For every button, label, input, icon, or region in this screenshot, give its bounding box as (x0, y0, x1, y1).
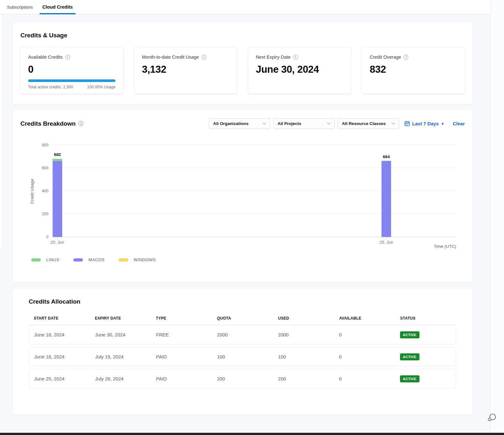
chart-x-axis-title: Time (UTC) (434, 244, 456, 249)
stat-cards: Available Credits i 0 Total active credi… (20, 47, 465, 94)
y-axis-tick-label: 200 (42, 212, 48, 216)
credit-overage-card: Credit Overage i 832 (362, 47, 465, 94)
date-range-picker[interactable]: Last 7 Days ▾ (404, 121, 443, 126)
chart-bar: 664 (382, 161, 391, 237)
tab-bar: Subscriptions Cloud Credits (0, 0, 504, 14)
organizations-select[interactable]: All Organizations (209, 118, 270, 129)
mtd-usage-label: Month-to-date Credit Usage (142, 55, 199, 60)
chart-gridline (53, 214, 456, 214)
chart-bar-segment-macos (382, 161, 391, 237)
legend-swatch (31, 258, 41, 262)
cell-quota: 2000 (212, 332, 273, 337)
cell-expiry-date: July 26, 2024 (90, 376, 151, 381)
y-axis-tick-label: 800 (42, 143, 48, 147)
window-bottom-bar (0, 433, 504, 435)
next-expiry-card: Next Expiry Date i June 30, 2024 (248, 47, 351, 94)
cell-start-date: June 25, 2024 (29, 376, 90, 381)
tab-subscriptions[interactable]: Subscriptions (7, 0, 33, 14)
available-credits-value: 0 (28, 64, 115, 75)
column-header-start-date: START DATE (29, 316, 90, 321)
cell-used: 2000 (273, 332, 334, 337)
info-icon[interactable]: i (202, 55, 206, 60)
y-axis-tick-label: 0 (46, 235, 48, 239)
cell-type: PAID (151, 376, 212, 381)
total-active-credits: Total active credits: 2,300 (28, 85, 73, 89)
chevron-down-icon (327, 122, 330, 125)
info-icon[interactable]: i (404, 55, 408, 60)
chart-bar: 682 (53, 159, 62, 237)
table-row: June 25, 2024July 26, 2024PAID2002000ACT… (29, 369, 456, 388)
credits-allocation-panel: Credits Allocation START DATEEXPIRY DATE… (13, 289, 472, 415)
column-header-expiry-date: EXPIRY DATE (90, 316, 151, 321)
legend-item-macos[interactable]: MACOS (73, 257, 105, 262)
column-header-available: AVAILABLE (334, 316, 395, 321)
column-header-used: USED (273, 316, 334, 321)
next-expiry-label: Next Expiry Date (256, 55, 291, 60)
chat-bubble-icon[interactable] (487, 413, 497, 423)
credits-usage-panel: Credits & Usage Available Credits i 0 To… (13, 22, 472, 104)
usage-percent: 100.00% Usage (87, 85, 115, 89)
status-badge: ACTIVE (400, 331, 419, 338)
x-axis-tick (386, 237, 387, 239)
mtd-usage-card: Month-to-date Credit Usage i 3,132 (134, 47, 237, 94)
legend-swatch (119, 258, 128, 262)
clear-filters-button[interactable]: Clear (453, 121, 465, 126)
chevron-down-icon (263, 122, 266, 125)
cell-available: 0 (334, 354, 395, 359)
table-row: June 18, 2024July 19, 2024PAID1001000ACT… (29, 347, 456, 366)
cell-type: PAID (151, 354, 212, 359)
legend-item-windows[interactable]: WINDOWS (119, 257, 156, 262)
info-icon[interactable]: i (65, 55, 70, 60)
cell-used: 100 (273, 354, 334, 359)
credits-breakdown-panel: Credits Breakdown i All Organizations Al… (13, 110, 472, 282)
status-badge: ACTIVE (400, 375, 419, 382)
allocation-table-body: June 18, 2024June 30, 2024FREE200020000A… (29, 325, 456, 388)
mtd-usage-value: 3,132 (142, 64, 229, 75)
cell-used: 200 (273, 376, 334, 381)
chart-gridline (53, 168, 456, 168)
cell-available: 0 (334, 332, 395, 337)
resource-classes-select[interactable]: All Resource Classes (338, 118, 399, 129)
calendar-icon (404, 121, 410, 126)
chart-legend: LINUXMACOSWINDOWS (31, 257, 156, 262)
available-credits-card: Available Credits i 0 Total active credi… (20, 47, 123, 94)
y-axis-tick-label: 600 (42, 166, 48, 170)
column-header-type: TYPE (151, 316, 212, 321)
next-expiry-value: June 30, 2024 (256, 64, 343, 75)
breakdown-filters: All Organizations All Projects All Resou… (209, 118, 465, 129)
allocation-table: START DATEEXPIRY DATETYPEQUOTAUSEDAVAILA… (29, 316, 456, 388)
legend-label: MACOS (88, 257, 105, 262)
tab-cloud-credits[interactable]: Cloud Credits (42, 0, 73, 14)
date-range-label: Last 7 Days (412, 121, 439, 126)
credit-overage-value: 832 (370, 64, 457, 75)
credit-overage-label: Credit Overage (370, 55, 401, 60)
credits-usage-title: Credits & Usage (20, 32, 465, 39)
chart-bar-segment-macos (53, 161, 62, 237)
cell-type: FREE (151, 332, 212, 337)
credits-allocation-title: Credits Allocation (29, 298, 456, 305)
projects-select[interactable]: All Projects (273, 118, 335, 129)
cell-status: ACTIVE (395, 353, 456, 360)
chart-gridline (53, 145, 456, 145)
legend-label: WINDOWS (134, 257, 156, 262)
chart-bar-total-label: 682 (54, 152, 61, 157)
cell-status: ACTIVE (395, 331, 456, 338)
y-axis-tick-label: 400 (42, 189, 48, 193)
right-rail (490, 0, 504, 433)
cell-expiry-date: July 19, 2024 (90, 354, 151, 359)
chart-gridline (53, 191, 456, 191)
legend-label: LINUX (46, 257, 59, 262)
cell-expiry-date: June 30, 2024 (90, 332, 151, 337)
info-icon[interactable]: i (78, 121, 83, 126)
x-axis-tick-label: 25. Jun (380, 240, 393, 245)
cell-status: ACTIVE (395, 375, 456, 382)
caret-down-icon: ▾ (441, 122, 443, 126)
column-header-status: STATUS (395, 316, 456, 321)
cell-start-date: June 18, 2024 (29, 354, 90, 359)
info-icon[interactable]: i (293, 55, 298, 60)
cell-quota: 100 (212, 354, 273, 359)
credits-progress-fill (28, 79, 115, 82)
chart-bar-total-label: 664 (383, 154, 390, 159)
legend-item-linux[interactable]: LINUX (31, 257, 59, 262)
left-edge-strip (0, 14, 3, 249)
